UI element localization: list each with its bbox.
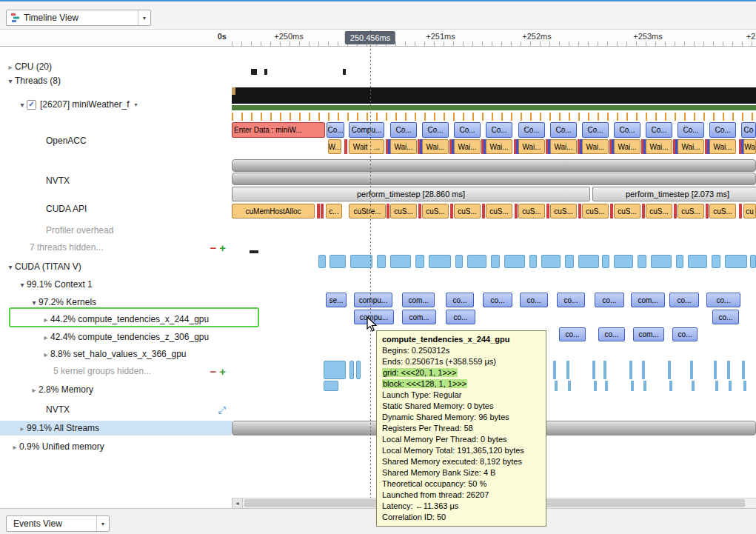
- expand-row-icon[interactable]: ⤢: [218, 405, 226, 415]
- chevron-down-icon[interactable]: ▼: [138, 10, 150, 25]
- timeline-event-bar[interactable]: Wait : ...: [349, 139, 384, 154]
- timeline-view-dropdown[interactable]: Timeline View ▼: [6, 10, 151, 26]
- sidebar-item-nvtx-streams[interactable]: NVTX⤢: [0, 402, 232, 417]
- sidebar-item-cuda-titan-v[interactable]: ▾CUDA (TITAN V): [0, 259, 232, 274]
- timeline-event-bar[interactable]: co...: [712, 310, 739, 324]
- timeline-event-bar[interactable]: cu: [743, 204, 756, 218]
- expand-arrow-icon[interactable]: ▸: [6, 63, 15, 71]
- timeline-event-bar[interactable]: Wai...: [582, 139, 609, 154]
- sidebar-item-process-miniweather[interactable]: ▾✓[26207] miniWeather_f▾: [0, 97, 232, 112]
- collapse-arrow-icon[interactable]: ▾: [18, 101, 27, 109]
- timeline-event-bar[interactable]: Wai...: [454, 139, 481, 154]
- timeline-event-bar[interactable]: co...: [595, 293, 624, 307]
- timeline-event-bar[interactable]: cuS...: [550, 204, 577, 218]
- timeline-event-bar[interactable]: co...: [557, 293, 585, 307]
- sidebar-item-cpu[interactable]: ▸CPU (20): [0, 59, 232, 74]
- timeline-event-bar[interactable]: Co...: [550, 122, 577, 138]
- show-hidden-icon[interactable]: +: [219, 366, 226, 377]
- timeline-event-bar[interactable]: cuS...: [422, 204, 449, 218]
- timeline-event-bar[interactable]: co...: [672, 327, 698, 341]
- timeline-event-bar[interactable]: Co...: [327, 122, 344, 138]
- sidebar-item-all-streams[interactable]: ▸99.1% All Streams: [0, 421, 232, 435]
- timeline-event-bar[interactable]: Co...: [422, 122, 449, 138]
- chevron-down-icon[interactable]: ▼: [96, 516, 109, 531]
- timeline-event-bar[interactable]: co...: [483, 293, 512, 307]
- timeline-event-bar[interactable]: Co...: [678, 122, 704, 138]
- sidebar-item-threads[interactable]: ▾Threads (8): [0, 73, 232, 88]
- timeline-event-bar[interactable]: cuS...: [678, 204, 704, 218]
- timeline-event-bar[interactable]: Wa: [743, 139, 756, 154]
- timeline-event-bar[interactable]: Wai...: [550, 139, 577, 154]
- timeline-event-bar[interactable]: com...: [631, 293, 665, 307]
- sidebar-item-threads-hidden[interactable]: 7 threads hidden...−+: [0, 240, 232, 255]
- timeline-event-bar[interactable]: co...: [446, 310, 475, 324]
- timeline-event-bar[interactable]: Wai...: [709, 139, 736, 154]
- timeline-event-bar[interactable]: Enter Data : miniW...: [232, 122, 325, 138]
- sidebar-item-openacc[interactable]: OpenACC: [0, 133, 232, 148]
- sidebar-item-unified-memory[interactable]: ▸0.9% Unified memory: [0, 439, 232, 454]
- timeline-event-bar[interactable]: cuS...: [454, 204, 481, 218]
- timeline-event-bar[interactable]: Wai...: [614, 139, 640, 154]
- timeline-event-bar[interactable]: cuS...: [518, 204, 545, 218]
- timeline-event-bar[interactable]: cuS...: [582, 204, 609, 218]
- timeline-event-bar[interactable]: com...: [402, 293, 435, 307]
- timeline-event-bar[interactable]: cuS...: [486, 204, 512, 218]
- timeline-event-bar[interactable]: Co...: [454, 122, 481, 138]
- timeline-event-bar[interactable]: co...: [706, 293, 740, 307]
- expand-arrow-icon[interactable]: ▸: [18, 424, 27, 433]
- timeline-event-bar[interactable]: co...: [559, 327, 586, 341]
- expand-arrow-icon[interactable]: ▸: [10, 443, 19, 451]
- timeline-event-bar[interactable]: cuS...: [646, 204, 672, 218]
- timeline-event-bar[interactable]: co...: [520, 293, 548, 307]
- timeline-event-bar[interactable]: Wai...: [422, 139, 449, 154]
- timeline-event-bar[interactable]: cuStre...: [349, 204, 386, 218]
- timeline-event-bar[interactable]: perform_timestep [2.073 ms]: [592, 187, 756, 201]
- timeline-event-bar[interactable]: co...: [446, 293, 474, 307]
- process-checkbox[interactable]: ✓: [27, 100, 36, 110]
- timeline-event-bar[interactable]: Co...: [646, 122, 672, 138]
- sidebar-item-profiler-overhead[interactable]: Profiler overhead: [0, 223, 232, 238]
- sidebar-item-memory[interactable]: ▸2.8% Memory: [0, 382, 232, 397]
- remove-filter-icon[interactable]: −: [210, 242, 216, 253]
- sidebar-item-nvtx[interactable]: NVTX: [0, 173, 232, 188]
- timeline-event-bar[interactable]: compu...: [354, 293, 392, 307]
- timeline-event-bar[interactable]: co...: [598, 327, 625, 341]
- timeline-event-bar[interactable]: cuMemHostAlloc: [232, 204, 315, 218]
- timeline-event-bar[interactable]: c...: [326, 204, 342, 218]
- timeline-event-bar[interactable]: Co...: [518, 122, 545, 138]
- timeline-event-bar[interactable]: Co...: [709, 122, 736, 138]
- timeline-event-bar[interactable]: cuS...: [709, 204, 736, 218]
- timeline-event-bar[interactable]: W...: [328, 139, 341, 154]
- expand-arrow-icon[interactable]: ▸: [41, 350, 50, 358]
- time-ruler[interactable]: 0s +250ms+251ms+252ms+253ms+2 250.456ms: [0, 30, 756, 47]
- timeline-event-bar[interactable]: se...: [326, 293, 347, 307]
- collapse-arrow-icon[interactable]: ▾: [30, 298, 39, 307]
- timeline-event-bar[interactable]: Co...: [486, 122, 512, 138]
- timeline-event-bar[interactable]: Wai...: [646, 139, 672, 154]
- scroll-left-button[interactable]: ◄: [233, 498, 243, 508]
- timeline-event-bar[interactable]: Compu...: [349, 122, 384, 138]
- timeline-event-bar[interactable]: Co...: [614, 122, 640, 138]
- timeline-event-bar[interactable]: Co: [741, 122, 756, 138]
- timeline-event-bar[interactable]: Wai...: [518, 139, 545, 154]
- show-hidden-icon[interactable]: +: [219, 242, 226, 253]
- timeline-event-bar[interactable]: Wai...: [390, 139, 417, 154]
- sidebar-item-kernel-compute-tendencies-z[interactable]: ▸42.4% compute_tendencies_z_306_gpu: [0, 330, 232, 344]
- remove-filter-icon[interactable]: −: [210, 366, 216, 377]
- row-options-caret-icon[interactable]: ▾: [135, 101, 138, 108]
- timeline-event-bar[interactable]: cuS...: [390, 204, 417, 218]
- collapse-arrow-icon[interactable]: ▾: [6, 263, 15, 271]
- timeline-event-bar[interactable]: Co...: [390, 122, 417, 138]
- collapse-arrow-icon[interactable]: ▾: [6, 77, 15, 85]
- timeline-event-bar[interactable]: cuS...: [614, 204, 640, 218]
- timeline-event-bar[interactable]: perform_timestep [28.860 ms]: [232, 187, 590, 201]
- expand-arrow-icon[interactable]: ▸: [41, 333, 50, 341]
- collapse-arrow-icon[interactable]: ▾: [18, 281, 27, 289]
- timeline-event-bar[interactable]: Wai...: [678, 139, 704, 154]
- sidebar-item-cuda-api[interactable]: CUDA API: [0, 201, 232, 216]
- timeline-event-bar[interactable]: com...: [402, 310, 436, 324]
- sidebar-item-context-1[interactable]: ▾99.1% Context 1: [0, 277, 232, 292]
- events-view-dropdown[interactable]: Events View ▼: [6, 515, 110, 532]
- sidebar-item-kernel-set-halo-values[interactable]: ▸8.8% set_halo_values_x_366_gpu: [0, 347, 232, 361]
- sidebar-item-kernel-groups-hidden[interactable]: 5 kernel groups hidden...−+: [0, 364, 232, 378]
